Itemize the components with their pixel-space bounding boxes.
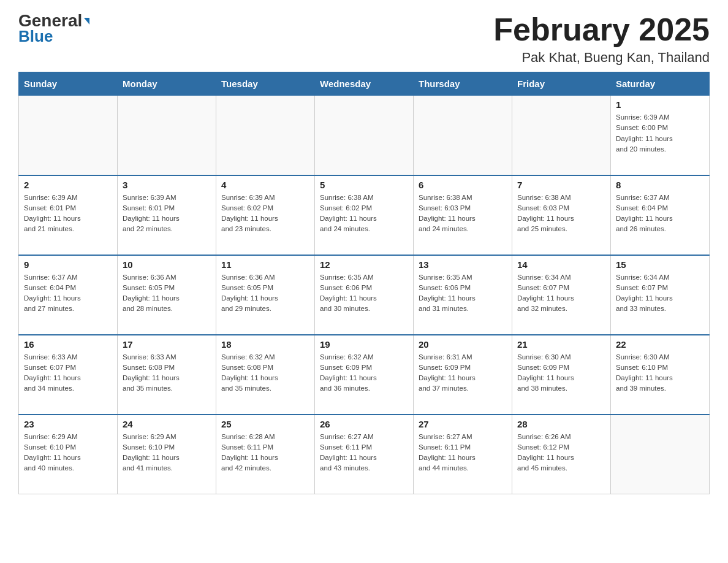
- calendar-week-row: 9Sunrise: 6:37 AMSunset: 6:04 PMDaylight…: [19, 255, 710, 335]
- month-title: February 2025: [493, 12, 710, 47]
- day-number: 2: [24, 180, 112, 190]
- day-number: 19: [320, 339, 408, 350]
- calendar-table: SundayMondayTuesdayWednesdayThursdayFrid…: [18, 72, 710, 494]
- location: Pak Khat, Bueng Kan, Thailand: [493, 50, 710, 66]
- day-info: Sunrise: 6:37 AMSunset: 6:04 PMDaylight:…: [616, 193, 704, 235]
- calendar-header-row: SundayMondayTuesdayWednesdayThursdayFrid…: [19, 72, 710, 96]
- day-number: 20: [419, 339, 507, 350]
- day-number: 24: [123, 419, 211, 429]
- calendar-cell: 12Sunrise: 6:35 AMSunset: 6:06 PMDayligh…: [315, 255, 414, 335]
- day-number: 13: [419, 259, 507, 270]
- day-number: 21: [517, 339, 605, 350]
- day-number: 8: [616, 180, 704, 190]
- calendar-cell: 9Sunrise: 6:37 AMSunset: 6:04 PMDaylight…: [19, 255, 118, 335]
- day-number: 11: [221, 259, 309, 270]
- weekday-header-wednesday: Wednesday: [315, 72, 414, 96]
- calendar-cell: 25Sunrise: 6:28 AMSunset: 6:11 PMDayligh…: [216, 415, 315, 494]
- calendar-cell: 18Sunrise: 6:32 AMSunset: 6:08 PMDayligh…: [216, 335, 315, 415]
- day-info: Sunrise: 6:32 AMSunset: 6:08 PMDaylight:…: [221, 352, 309, 394]
- day-number: 22: [616, 339, 704, 350]
- calendar-cell: 1Sunrise: 6:39 AMSunset: 6:00 PMDaylight…: [611, 96, 710, 175]
- day-number: 15: [616, 259, 704, 270]
- day-info: Sunrise: 6:38 AMSunset: 6:02 PMDaylight:…: [320, 193, 408, 235]
- calendar-cell: [118, 96, 216, 175]
- calendar-cell: 20Sunrise: 6:31 AMSunset: 6:09 PMDayligh…: [414, 335, 512, 415]
- day-number: 17: [123, 339, 211, 350]
- page-header: General Blue February 2025 Pak Khat, Bue…: [18, 12, 710, 66]
- calendar-cell: 6Sunrise: 6:38 AMSunset: 6:03 PMDaylight…: [414, 175, 512, 255]
- day-info: Sunrise: 6:27 AMSunset: 6:11 PMDaylight:…: [320, 432, 408, 474]
- calendar-cell: 3Sunrise: 6:39 AMSunset: 6:01 PMDaylight…: [118, 175, 216, 255]
- calendar-cell: 8Sunrise: 6:37 AMSunset: 6:04 PMDaylight…: [611, 175, 710, 255]
- calendar-cell: [611, 415, 710, 494]
- day-number: 6: [419, 180, 507, 190]
- day-number: 16: [24, 339, 112, 350]
- weekday-header-tuesday: Tuesday: [216, 72, 315, 96]
- title-section: February 2025 Pak Khat, Bueng Kan, Thail…: [493, 12, 710, 66]
- day-info: Sunrise: 6:29 AMSunset: 6:10 PMDaylight:…: [123, 432, 211, 474]
- weekday-header-friday: Friday: [512, 72, 611, 96]
- day-number: 4: [221, 180, 309, 190]
- weekday-header-saturday: Saturday: [611, 72, 710, 96]
- day-number: 28: [517, 419, 605, 429]
- calendar-cell: 22Sunrise: 6:30 AMSunset: 6:10 PMDayligh…: [611, 335, 710, 415]
- day-info: Sunrise: 6:35 AMSunset: 6:06 PMDaylight:…: [320, 272, 408, 315]
- calendar-week-row: 16Sunrise: 6:33 AMSunset: 6:07 PMDayligh…: [19, 335, 710, 415]
- calendar-cell: 19Sunrise: 6:32 AMSunset: 6:09 PMDayligh…: [315, 335, 414, 415]
- day-info: Sunrise: 6:28 AMSunset: 6:11 PMDaylight:…: [221, 432, 309, 474]
- logo-arrow-icon: [84, 18, 89, 25]
- calendar-cell: [512, 96, 611, 175]
- day-info: Sunrise: 6:30 AMSunset: 6:09 PMDaylight:…: [517, 352, 605, 394]
- day-number: 7: [517, 180, 605, 190]
- weekday-header-monday: Monday: [118, 72, 216, 96]
- weekday-header-thursday: Thursday: [414, 72, 512, 96]
- calendar-cell: 5Sunrise: 6:38 AMSunset: 6:02 PMDaylight…: [315, 175, 414, 255]
- calendar-cell: 2Sunrise: 6:39 AMSunset: 6:01 PMDaylight…: [19, 175, 118, 255]
- day-number: 14: [517, 259, 605, 270]
- calendar-cell: 11Sunrise: 6:36 AMSunset: 6:05 PMDayligh…: [216, 255, 315, 335]
- day-number: 12: [320, 259, 408, 270]
- day-number: 9: [24, 259, 112, 270]
- calendar-cell: 14Sunrise: 6:34 AMSunset: 6:07 PMDayligh…: [512, 255, 611, 335]
- day-number: 18: [221, 339, 309, 350]
- calendar-cell: 24Sunrise: 6:29 AMSunset: 6:10 PMDayligh…: [118, 415, 216, 494]
- calendar-cell: 4Sunrise: 6:39 AMSunset: 6:02 PMDaylight…: [216, 175, 315, 255]
- calendar-week-row: 2Sunrise: 6:39 AMSunset: 6:01 PMDaylight…: [19, 175, 710, 255]
- day-number: 3: [123, 180, 211, 190]
- day-number: 26: [320, 419, 408, 429]
- calendar-cell: 10Sunrise: 6:36 AMSunset: 6:05 PMDayligh…: [118, 255, 216, 335]
- day-info: Sunrise: 6:36 AMSunset: 6:05 PMDaylight:…: [123, 272, 211, 315]
- calendar-cell: 16Sunrise: 6:33 AMSunset: 6:07 PMDayligh…: [19, 335, 118, 415]
- calendar-cell: [315, 96, 414, 175]
- calendar-cell: [216, 96, 315, 175]
- calendar-cell: 7Sunrise: 6:38 AMSunset: 6:03 PMDaylight…: [512, 175, 611, 255]
- calendar-cell: 21Sunrise: 6:30 AMSunset: 6:09 PMDayligh…: [512, 335, 611, 415]
- day-info: Sunrise: 6:29 AMSunset: 6:10 PMDaylight:…: [24, 432, 112, 474]
- day-number: 1: [616, 99, 704, 110]
- day-number: 10: [123, 259, 211, 270]
- calendar-cell: 28Sunrise: 6:26 AMSunset: 6:12 PMDayligh…: [512, 415, 611, 494]
- day-info: Sunrise: 6:36 AMSunset: 6:05 PMDaylight:…: [221, 272, 309, 315]
- calendar-cell: 15Sunrise: 6:34 AMSunset: 6:07 PMDayligh…: [611, 255, 710, 335]
- day-info: Sunrise: 6:31 AMSunset: 6:09 PMDaylight:…: [419, 352, 507, 394]
- calendar-cell: 27Sunrise: 6:27 AMSunset: 6:11 PMDayligh…: [414, 415, 512, 494]
- day-info: Sunrise: 6:27 AMSunset: 6:11 PMDaylight:…: [419, 432, 507, 474]
- day-info: Sunrise: 6:37 AMSunset: 6:04 PMDaylight:…: [24, 272, 112, 315]
- calendar-week-row: 1Sunrise: 6:39 AMSunset: 6:00 PMDaylight…: [19, 96, 710, 175]
- day-info: Sunrise: 6:38 AMSunset: 6:03 PMDaylight:…: [517, 193, 605, 235]
- logo-blue: Blue: [18, 27, 53, 46]
- day-info: Sunrise: 6:33 AMSunset: 6:08 PMDaylight:…: [123, 352, 211, 394]
- day-info: Sunrise: 6:26 AMSunset: 6:12 PMDaylight:…: [517, 432, 605, 474]
- day-info: Sunrise: 6:39 AMSunset: 6:01 PMDaylight:…: [123, 193, 211, 235]
- day-number: 23: [24, 419, 112, 429]
- day-info: Sunrise: 6:39 AMSunset: 6:02 PMDaylight:…: [221, 193, 309, 235]
- day-number: 5: [320, 180, 408, 190]
- calendar-cell: 13Sunrise: 6:35 AMSunset: 6:06 PMDayligh…: [414, 255, 512, 335]
- day-info: Sunrise: 6:39 AMSunset: 6:00 PMDaylight:…: [616, 112, 704, 155]
- day-number: 25: [221, 419, 309, 429]
- calendar-cell: 23Sunrise: 6:29 AMSunset: 6:10 PMDayligh…: [19, 415, 118, 494]
- calendar-cell: 17Sunrise: 6:33 AMSunset: 6:08 PMDayligh…: [118, 335, 216, 415]
- day-info: Sunrise: 6:38 AMSunset: 6:03 PMDaylight:…: [419, 193, 507, 235]
- day-info: Sunrise: 6:34 AMSunset: 6:07 PMDaylight:…: [517, 272, 605, 315]
- day-info: Sunrise: 6:34 AMSunset: 6:07 PMDaylight:…: [616, 272, 704, 315]
